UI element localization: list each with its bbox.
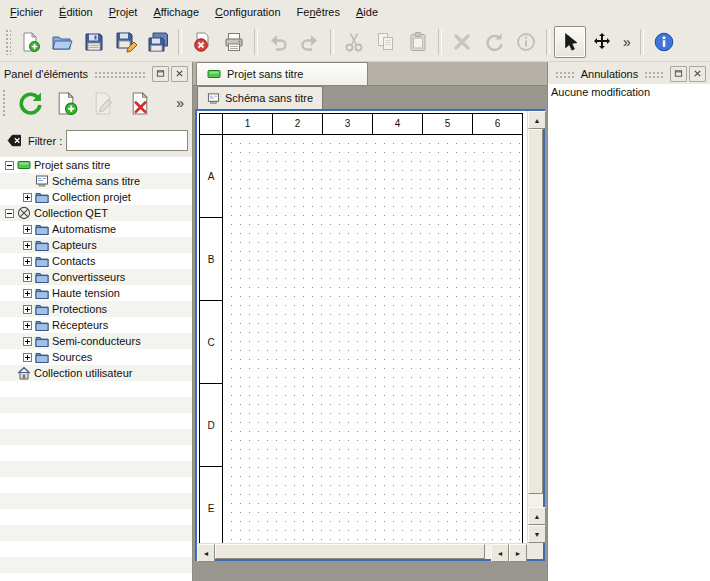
toolbar-separator xyxy=(546,29,550,55)
dot-grid-canvas[interactable] xyxy=(223,135,522,543)
open-folder-button[interactable] xyxy=(46,26,78,58)
horizontal-scrollbar[interactable]: ◄ ◄ ► xyxy=(197,543,527,559)
diagram-viewport[interactable]: 123456 ABCDE xyxy=(197,111,527,543)
menu-configuration[interactable]: Configuration xyxy=(207,0,288,23)
expand-expander-icon[interactable] xyxy=(22,225,33,234)
select-arrow-button[interactable] xyxy=(554,26,586,58)
dock-grip[interactable] xyxy=(644,70,664,78)
info-circle-button[interactable] xyxy=(510,26,542,58)
tree-item-haute-tension[interactable]: Haute tension xyxy=(0,285,192,301)
project-tab[interactable]: Projet sans titre xyxy=(196,62,368,85)
print-button[interactable] xyxy=(218,26,250,58)
toolbar-overflow-button[interactable]: » xyxy=(618,34,636,50)
mdi-area: Projet sans titre Schéma sans titre xyxy=(192,62,547,581)
scroll-up-button-bottom[interactable]: ▲ xyxy=(528,507,546,525)
horizontal-scroll-track[interactable] xyxy=(215,544,491,559)
tree-item-protections[interactable]: Protections xyxy=(0,301,192,317)
tree-item-semi-conducteurs[interactable]: Semi-conducteurs xyxy=(0,333,192,349)
collapse-expander-icon[interactable] xyxy=(4,161,15,170)
expand-expander-icon[interactable] xyxy=(22,353,33,362)
elements-panel-toolbar: » xyxy=(0,84,192,122)
collapse-expander-icon[interactable] xyxy=(4,209,15,218)
expand-expander-icon[interactable] xyxy=(22,241,33,250)
expand-expander-icon[interactable] xyxy=(22,305,33,314)
open-folder-icon xyxy=(51,31,73,53)
column-ruler: 123456 xyxy=(200,114,522,135)
tree-item-sources[interactable]: Sources xyxy=(0,349,192,365)
expand-expander-icon[interactable] xyxy=(22,337,33,346)
dock-grip[interactable] xyxy=(94,70,146,78)
expand-expander-icon[interactable] xyxy=(22,273,33,282)
scroll-left-button-right[interactable]: ◄ xyxy=(491,544,509,562)
elements-panel-titlebar[interactable]: Panel d'éléments xyxy=(0,65,192,82)
vertical-scroll-track[interactable] xyxy=(528,129,543,507)
tree-item-contacts[interactable]: Contacts xyxy=(0,253,192,269)
clear-filter-button[interactable] xyxy=(4,132,24,150)
edit-element-button[interactable] xyxy=(86,86,120,120)
project-icon xyxy=(207,67,221,81)
rotate-button[interactable] xyxy=(478,26,510,58)
scroll-left-button[interactable]: ◄ xyxy=(197,544,215,562)
toolbar-handle[interactable] xyxy=(2,89,7,117)
tree-item-convertisseurs[interactable]: Convertisseurs xyxy=(0,269,192,285)
save-all-button[interactable] xyxy=(142,26,174,58)
menu-edition[interactable]: Édition xyxy=(51,0,101,23)
tree-item-label: Convertisseurs xyxy=(52,271,125,283)
close-dock-button[interactable] xyxy=(171,66,188,82)
qelectrotech-window: FichierÉditionProjetAffichageConfigurati… xyxy=(0,0,710,581)
tree-item-projet-sans-titre[interactable]: Projet sans titre xyxy=(0,157,192,173)
reload-collections-button[interactable] xyxy=(12,86,46,120)
tree-item-collection-qet[interactable]: Collection QET xyxy=(0,205,192,221)
copy-button[interactable] xyxy=(370,26,402,58)
menubar: FichierÉditionProjetAffichageConfigurati… xyxy=(0,0,710,23)
dock-buttons xyxy=(152,66,188,82)
menu-affichage[interactable]: Affichage xyxy=(145,0,207,23)
expand-expander-icon[interactable] xyxy=(22,289,33,298)
pan-move-button[interactable] xyxy=(586,26,618,58)
scroll-up-button[interactable]: ▲ xyxy=(528,111,546,129)
tree-item-collection-projet[interactable]: Collection projet xyxy=(0,189,192,205)
undo-titlebar[interactable]: Annulations xyxy=(548,65,710,82)
delete-element-button[interactable] xyxy=(123,86,157,120)
vertical-scrollbar[interactable]: ▲ ▲ ▼ xyxy=(527,111,543,543)
folder-icon xyxy=(34,318,49,332)
new-element-button[interactable] xyxy=(49,86,83,120)
horizontal-scroll-thumb[interactable] xyxy=(215,544,485,559)
scroll-down-button[interactable]: ▼ xyxy=(528,525,546,543)
close-document-button[interactable] xyxy=(186,26,218,58)
elements-panel-title: Panel d'éléments xyxy=(4,68,88,80)
schema-tab[interactable]: Schéma sans titre xyxy=(197,86,323,109)
scroll-right-button[interactable]: ► xyxy=(509,544,527,562)
float-window-button[interactable] xyxy=(152,66,169,82)
vertical-scroll-thumb[interactable] xyxy=(528,129,543,494)
delete-button[interactable] xyxy=(446,26,478,58)
undo-button[interactable] xyxy=(262,26,294,58)
tree-item-capteurs[interactable]: Capteurs xyxy=(0,237,192,253)
filter-input[interactable] xyxy=(66,130,188,151)
menu-aide[interactable]: Aide xyxy=(348,0,386,23)
cut-button[interactable] xyxy=(338,26,370,58)
save-as-button[interactable] xyxy=(110,26,142,58)
redo-icon xyxy=(299,31,321,53)
new-document-button[interactable] xyxy=(14,26,46,58)
tree-item-schema-sans-titre[interactable]: Schéma sans titre xyxy=(0,173,192,189)
close-dock-button[interactable] xyxy=(689,66,706,82)
qet-icon xyxy=(16,206,31,220)
save-button[interactable] xyxy=(78,26,110,58)
tree-item-recepteurs[interactable]: Récepteurs xyxy=(0,317,192,333)
paste-button[interactable] xyxy=(402,26,434,58)
expand-expander-icon[interactable] xyxy=(22,193,33,202)
redo-button[interactable] xyxy=(294,26,326,58)
tree-item-automatisme[interactable]: Automatisme xyxy=(0,221,192,237)
menu-projet[interactable]: Projet xyxy=(101,0,146,23)
menu-fenetres[interactable]: Fenêtres xyxy=(289,0,348,23)
toolbar-overflow-button[interactable]: » xyxy=(176,95,190,111)
menu-fichier[interactable]: Fichier xyxy=(2,0,51,23)
float-window-button[interactable] xyxy=(670,66,687,82)
about-info-button[interactable] xyxy=(648,26,680,58)
expand-expander-icon[interactable] xyxy=(22,257,33,266)
tree-item-collection-utilisateur[interactable]: Collection utilisateur xyxy=(0,365,192,381)
dock-grip[interactable] xyxy=(555,70,575,78)
expand-expander-icon[interactable] xyxy=(22,321,33,330)
toolbar-handle[interactable] xyxy=(5,29,11,55)
